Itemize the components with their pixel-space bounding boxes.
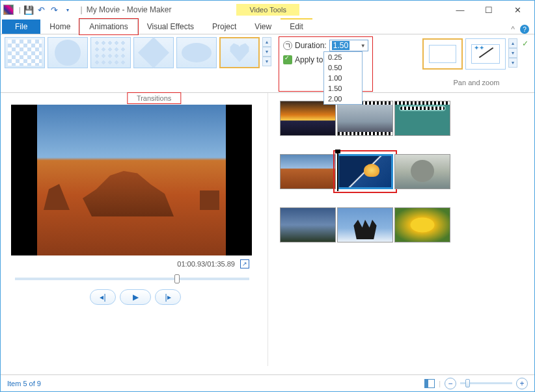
clock-icon [283,41,292,50]
chevron-down-icon[interactable]: ▼ [361,43,366,49]
save-icon[interactable]: 💾 [23,5,34,15]
pan-zoom-none[interactable] [422,38,463,70]
duration-label: Duration: [295,41,327,50]
duration-dropdown: 0.25 0.50 1.00 1.50 2.00 [323,51,363,105]
pan-zoom-scroll[interactable]: ▴▾▾ [508,38,517,70]
main-area: 01:00.93/01:35.89 ↗ ◂| ▶ |▸ [1,93,534,366]
tab-view[interactable]: View [245,20,281,34]
apply-all-pz-icon[interactable]: ✓ [520,38,530,49]
zoom-controls: | − + [424,378,528,389]
undo-icon[interactable]: ↶ [36,5,47,15]
close-button[interactable]: ✕ [503,1,532,18]
minimize-button[interactable]: — [446,1,474,18]
video-tools-tab-label: Video Tools [236,4,299,16]
preview-viewport[interactable] [11,105,252,255]
transition-checker[interactable] [5,37,45,68]
playhead-icon[interactable] [337,152,338,191]
zoom-in-button[interactable]: + [516,378,528,389]
zoom-thumb[interactable] [465,379,470,387]
storyboard-row [280,207,528,242]
clip-thumbnail[interactable] [280,101,336,136]
tab-visual-effects[interactable]: Visual Effects [138,20,203,34]
duration-option[interactable]: 0.50 [324,62,362,73]
duration-option[interactable]: 1.50 [324,83,362,94]
maximize-button[interactable]: ☐ [474,1,503,18]
collapse-ribbon-icon[interactable]: ^ [511,25,515,34]
clip-thumbnail[interactable] [394,101,450,136]
gallery-scroll[interactable]: ▴▾▾ [262,37,271,66]
clip-thumbnail[interactable] [394,154,450,189]
tab-project[interactable]: Project [203,20,245,34]
transitions-gallery: ▴▾▾ Transitions [5,37,271,91]
preview-image [37,105,226,255]
transition-diamond[interactable] [133,37,174,68]
seek-slider[interactable] [15,278,249,280]
pan-zoom-label: Pan and zoom [454,79,500,86]
zoom-out-button[interactable]: − [445,378,456,389]
transition-circle[interactable] [48,37,88,68]
duration-option[interactable]: 0.25 [324,52,362,62]
next-frame-button[interactable]: |▸ [155,289,181,305]
tab-file[interactable]: File [2,20,40,34]
duration-group: Duration: 1.50 ▼ Apply to all 0.25 0.50 … [279,37,372,91]
duration-value: 1.50 [332,41,350,50]
clip-thumbnail[interactable] [337,101,393,136]
duration-option[interactable]: 2.00 [324,94,362,104]
transition-dots[interactable] [90,37,131,68]
duration-option[interactable]: 1.00 [324,73,362,83]
preview-pane: 01:00.93/01:35.89 ↗ ◂| ▶ |▸ [1,93,268,366]
play-button[interactable]: ▶ [120,289,151,305]
transitions-group-label: Transitions [127,92,181,104]
storyboard-pane[interactable] [268,93,534,366]
clip-thumbnail[interactable] [280,207,336,242]
redo-icon[interactable]: ↷ [49,5,60,15]
apply-all-icon [283,55,292,64]
tab-animations[interactable]: Animations [79,19,137,34]
fullscreen-icon[interactable]: ↗ [240,259,249,268]
seek-thumb[interactable] [174,274,180,283]
status-text: Item 5 of 9 [7,380,41,387]
playback-controls: ◂| ▶ |▸ [11,289,260,305]
zoom-slider[interactable] [460,382,512,384]
ribbon-content: ▴▾▾ Transitions Duration: 1.50 ▼ Apply t… [1,34,534,93]
pan-zoom-group: ✦✦ ▴▾▾ ✓ Pan and zoom [422,37,530,91]
title-bar: | 💾 ↶ ↷ ▾ | My Movie - Movie Maker Video… [1,1,534,19]
clip-thumbnail-selected[interactable] [337,154,393,189]
status-bar: Item 5 of 9 | − + [1,374,534,391]
clip-thumbnail[interactable] [337,207,393,242]
storyboard-row [280,101,528,136]
quick-access-toolbar: 💾 ↶ ↷ ▾ [23,5,73,15]
transition-oval[interactable] [176,37,217,68]
app-icon [3,5,14,15]
pan-zoom-auto[interactable]: ✦✦ [465,38,506,70]
prev-frame-button[interactable]: ◂| [90,289,116,305]
transition-heart[interactable] [219,37,260,68]
duration-input[interactable]: 1.50 ▼ [329,40,368,51]
clip-thumbnail[interactable] [394,207,450,242]
thumbnail-size-icon[interactable] [424,379,435,388]
window-title: My Movie - Movie Maker [87,5,172,14]
tab-edit[interactable]: Edit [281,18,312,34]
clip-thumbnail[interactable] [280,154,336,189]
storyboard-row [280,154,528,189]
help-icon[interactable]: ? [520,25,529,34]
ribbon-tabs: File Home Animations Visual Effects Proj… [1,19,534,34]
time-display: 01:00.93/01:35.89 [177,260,235,268]
tab-home[interactable]: Home [40,20,79,34]
qat-dropdown-icon[interactable]: ▾ [62,5,73,15]
